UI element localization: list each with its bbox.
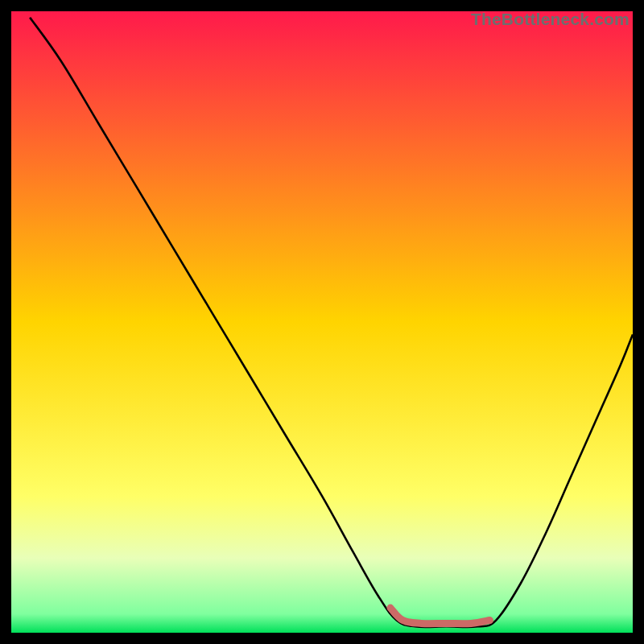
chart-background	[11, 11, 633, 633]
chart-frame: TheBottleneck.com	[11, 11, 633, 633]
watermark-text: TheBottleneck.com	[471, 10, 630, 29]
bottleneck-chart	[11, 11, 633, 633]
